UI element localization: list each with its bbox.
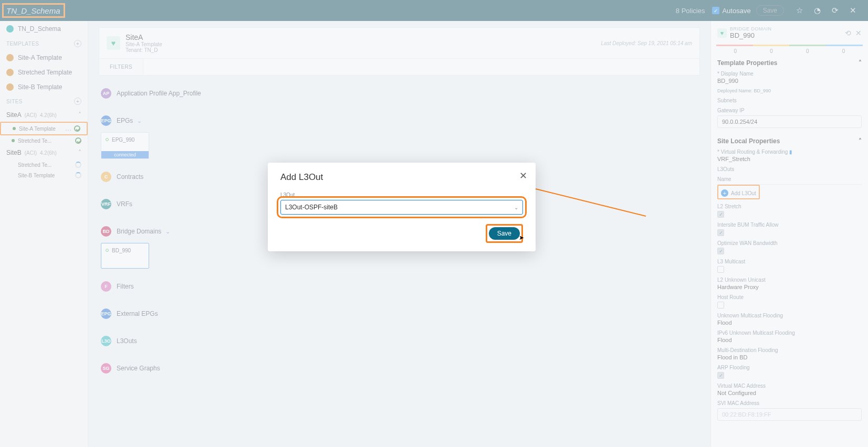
l3out-selected-value: L3Out-OSPF-siteB [285,204,338,211]
chevron-down-icon: ⌄ [514,205,518,210]
l3out-select[interactable]: L3Out-OSPF-siteB ⌄ [280,200,523,215]
l3out-field-label: L3Out [280,192,523,198]
modal-title: Add L3Out [280,172,523,183]
add-l3out-modal: Add L3Out ✕ L3Out L3Out-OSPF-siteB ⌄ Sav… [268,163,536,251]
cursor-icon: ➤ [519,234,524,241]
highlight-save: Save [486,224,523,243]
modal-close-icon[interactable]: ✕ [519,170,527,182]
modal-save-button[interactable]: Save [489,227,520,240]
